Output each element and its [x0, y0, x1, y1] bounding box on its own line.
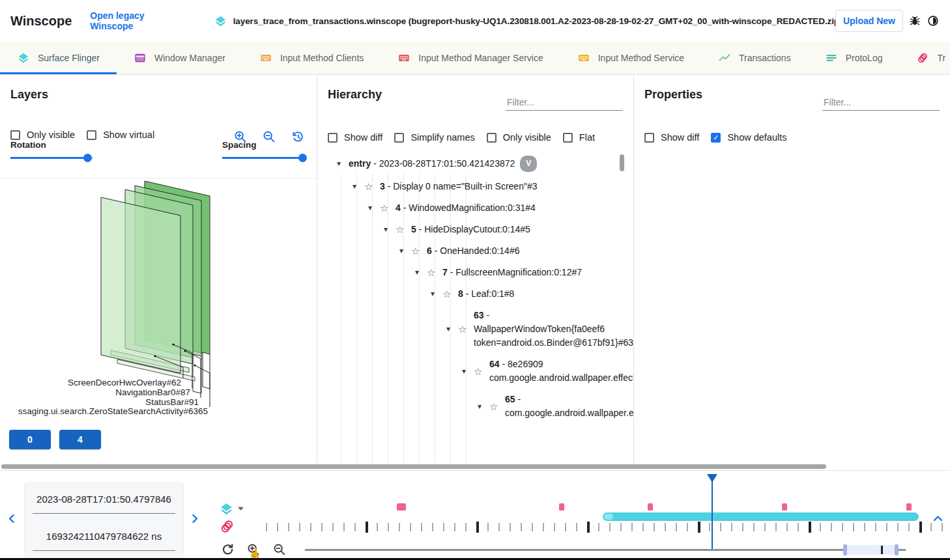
tab-input-method-clients[interactable]: Input Method Clients: [242, 42, 381, 74]
tab-protolog[interactable]: ProtoLog: [808, 42, 900, 74]
checkbox-only-visible[interactable]: Only visible: [10, 130, 75, 140]
star-icon[interactable]: ☆: [364, 180, 376, 193]
zoom-range-handle-right[interactable]: [895, 544, 899, 555]
transition-marker[interactable]: [906, 503, 912, 511]
tab-input-method-service[interactable]: Input Method Service: [560, 42, 701, 74]
tree-node-8[interactable]: ▾☆8 - Leaf:0:1#8: [317, 283, 633, 305]
tab-label: Window Manager: [154, 53, 225, 63]
properties-options: Show diff✓Show defaults: [644, 132, 943, 143]
keyboard-amber-icon: [577, 51, 590, 64]
main-content: Layers Only visibleShow virtual Rotation…: [0, 75, 950, 464]
horizontal-scrollbar-thumb[interactable]: [1, 464, 826, 469]
tree-node-65[interactable]: ▾☆65 - com.google.android.wallpaper.effe…: [317, 389, 633, 424]
star-icon[interactable]: ☆: [442, 287, 454, 301]
ruler-tick: [299, 523, 300, 531]
ruler-tick: [554, 523, 555, 531]
transition-marker[interactable]: [559, 503, 564, 511]
checkbox-flat[interactable]: Flat: [563, 132, 595, 143]
star-icon[interactable]: ☆: [489, 400, 501, 413]
star-icon[interactable]: ☆: [474, 365, 485, 378]
checkbox-box: [563, 133, 573, 143]
display-button-4[interactable]: 4: [59, 430, 101, 449]
dark-mode-toggle-icon[interactable]: [927, 14, 940, 27]
reset-zoom-icon[interactable]: [220, 542, 235, 557]
spacing-slider-thumb[interactable]: [298, 154, 307, 162]
surface-flinger-activity-bar[interactable]: [603, 512, 919, 521]
window-icon: [134, 51, 147, 64]
checkbox-show-diff[interactable]: Show diff: [644, 132, 699, 143]
chevron-down-icon[interactable]: ▾: [446, 322, 458, 336]
ruler-tick: [942, 523, 943, 531]
tab-tr[interactable]: Tr: [899, 42, 950, 74]
ruler-tick: [510, 523, 511, 531]
star-icon[interactable]: ☆: [380, 201, 392, 215]
hierarchy-scrollbar[interactable]: [620, 154, 624, 171]
transition-marker[interactable]: [397, 503, 406, 511]
tab-input-method-manager-service[interactable]: Input Method Manager Service: [381, 42, 560, 74]
spacing-slider[interactable]: [222, 152, 305, 163]
display-button-0[interactable]: 0: [9, 430, 51, 449]
ruler-tick: [864, 523, 865, 531]
star-icon[interactable]: ☆: [411, 244, 423, 258]
checkbox-show-defaults[interactable]: ✓Show defaults: [711, 132, 786, 143]
chevron-down-icon[interactable]: ▾: [384, 223, 396, 236]
tree-node-label: 4 - WindowedMagnification:0:31#4: [396, 201, 536, 215]
properties-filter-input[interactable]: [822, 94, 940, 111]
tab-transactions[interactable]: Transactions: [701, 42, 808, 74]
chevron-down-icon[interactable]: ▾: [415, 266, 427, 279]
chevron-down-icon[interactable]: ▾: [399, 244, 411, 258]
ruler-tick: [665, 523, 666, 531]
bug-report-icon[interactable]: [908, 14, 921, 27]
display-buttons: 04: [9, 430, 101, 449]
hierarchy-tree: ▾entry - 2023-08-28T17:01:50.421423872V▾…: [317, 152, 633, 464]
ruler-tick: [454, 523, 455, 531]
chevron-down-icon[interactable]: ▾: [431, 287, 442, 301]
chevron-down-icon[interactable]: ▾: [337, 157, 349, 171]
tree-node-3[interactable]: ▾☆3 - Display 0 name="Built-in Screen"#3: [317, 176, 633, 197]
ruler-tick: [642, 523, 644, 531]
timeline-zoom-out-icon[interactable]: [272, 542, 287, 557]
timeline-cursor-line[interactable]: [712, 474, 713, 550]
chevron-down-icon[interactable]: ▾: [368, 201, 380, 215]
tree-node-63[interactable]: ▾☆63 - WallpaperWindowToken{fa0eef6 toke…: [317, 305, 633, 354]
rotation-slider-thumb[interactable]: [83, 154, 92, 162]
zoom-range-position-tick: [881, 546, 883, 554]
star-icon[interactable]: ☆: [458, 322, 470, 336]
transition-marker[interactable]: [648, 503, 653, 511]
zoom-range-selection[interactable]: [845, 545, 897, 555]
checkbox-show-diff[interactable]: Show diff: [328, 132, 382, 143]
tree-node-64[interactable]: ▾☆64 - 8e26909 com.google.android.wallpa…: [317, 354, 633, 389]
chevron-down-icon[interactable]: ▾: [353, 180, 364, 193]
rotation-slider[interactable]: [10, 152, 93, 163]
checkbox-show-virtual[interactable]: Show virtual: [87, 130, 154, 140]
tree-node-7[interactable]: ▾☆7 - FullscreenMagnification:0:12#7: [317, 262, 633, 283]
ruler-tick: [742, 523, 743, 531]
tree-node-5[interactable]: ▾☆5 - HideDisplayCutout:0:14#5: [317, 219, 633, 240]
tab-bar: Surface FlingerWindow ManagerInput Metho…: [0, 42, 950, 75]
tree-node-4[interactable]: ▾☆4 - WindowedMagnification:0:31#4: [317, 197, 633, 219]
tree-node-6[interactable]: ▾☆6 - OneHanded:0:14#6: [317, 240, 633, 262]
hierarchy-filter-input[interactable]: [506, 94, 623, 111]
chevron-down-icon[interactable]: ▾: [462, 365, 474, 378]
timeline-zoom-in-icon[interactable]: [246, 542, 261, 557]
collapse-timeline-icon[interactable]: [932, 513, 943, 524]
tab-window-manager[interactable]: Window Manager: [117, 42, 242, 74]
winscope-app: Winscope Open legacy Winscope layers_tra…: [0, 0, 950, 560]
star-icon[interactable]: ☆: [427, 266, 439, 279]
open-legacy-winscope-link[interactable]: Open legacy Winscope: [90, 10, 188, 31]
star-icon[interactable]: ☆: [396, 223, 407, 236]
tree-node-label: 64 - 8e26909 com.google.android.wallpape…: [489, 357, 614, 385]
upload-new-button[interactable]: Upload New: [835, 10, 903, 32]
tree-node-entry[interactable]: ▾entry - 2023-08-28T17:01:50.421423872V: [317, 152, 633, 176]
zoom-range-handle-left[interactable]: [843, 544, 847, 555]
checkbox-only-visible[interactable]: Only visible: [487, 132, 551, 143]
chevron-down-icon[interactable]: ▾: [478, 400, 489, 413]
transition-marker[interactable]: [782, 503, 787, 511]
timeline-ruler[interactable]: [0, 471, 950, 536]
checkbox-simplify-names[interactable]: Simplify names: [394, 132, 474, 143]
layers-icon: [17, 51, 30, 64]
spacing-label: Spacing: [222, 140, 305, 150]
list-icon: [825, 51, 838, 64]
tab-surface-flinger[interactable]: Surface Flinger: [0, 42, 117, 74]
horizontal-scrollbar: [0, 464, 950, 470]
